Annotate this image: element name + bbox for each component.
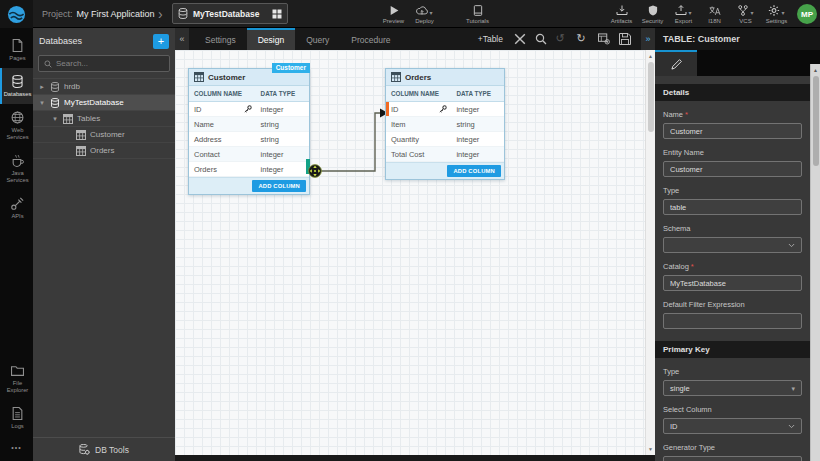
topbar-action-preview[interactable]: Preview (378, 0, 409, 28)
topbar-action-label: Tutorials (466, 18, 489, 24)
undo-button[interactable]: ↺ (555, 32, 568, 46)
inspector-scrollbar[interactable]: ▲ (810, 64, 820, 461)
field-generator-type-select[interactable]: auto increment▾ (663, 456, 802, 461)
tree-item-orders[interactable]: Orders (33, 143, 175, 159)
move-handle-icon[interactable] (308, 164, 322, 178)
table-row-name[interactable]: Namestring (189, 117, 309, 132)
table-row-item[interactable]: Itemstring (386, 117, 504, 132)
field-select-column-select[interactable]: ID (663, 418, 802, 434)
table-row-id[interactable]: IDinteger (189, 102, 309, 117)
column-name-cell: ID (386, 105, 454, 114)
add-column-button[interactable]: ADD COLUMN (447, 165, 501, 177)
redo-button[interactable]: ↻ (576, 32, 589, 46)
close-button[interactable] (513, 32, 526, 46)
table-title-bar[interactable]: Orders (386, 69, 504, 86)
column-name-header: COLUMN NAME (189, 90, 259, 97)
field-label: Entity Name (663, 148, 802, 157)
tree-item-mytestdatabase[interactable]: ▾MyTestDatabase (33, 95, 175, 111)
table-row-total-cost[interactable]: Total Costinteger (386, 147, 504, 162)
inspector-panel: DetailsName*Entity NameTypeSchemaCatalog… (655, 50, 820, 461)
sidebar-item-pages[interactable]: Pages (0, 32, 33, 68)
column-name-cell: ID (189, 105, 259, 114)
field-name-input[interactable] (663, 123, 802, 139)
save-button[interactable] (618, 32, 631, 46)
collapse-left-panel-button[interactable]: « (175, 28, 189, 50)
tree-toggle-icon[interactable]: ▸ (38, 83, 46, 91)
tab-edit[interactable] (655, 50, 697, 76)
field-entity-name-input[interactable] (663, 161, 802, 177)
scrollbar-thumb[interactable] (648, 62, 654, 132)
app-logo[interactable] (0, 0, 33, 28)
field-default-filter-expression-input[interactable] (663, 313, 802, 329)
table-row-quantity[interactable]: Quantityinteger (386, 132, 504, 147)
database-icon (50, 82, 60, 92)
topbar-action-security[interactable]: Security (637, 0, 668, 28)
tab-design[interactable]: Design (247, 28, 295, 50)
scroll-down-icon[interactable]: ▼ (646, 446, 655, 452)
table-row-contact[interactable]: Contactinteger (189, 147, 309, 162)
tree-toggle-icon[interactable]: ▾ (38, 99, 46, 107)
avatar[interactable]: MP (797, 4, 817, 24)
tree-item-customer[interactable]: Customer (33, 127, 175, 143)
column-name-cell: Total Cost (386, 150, 454, 159)
close-icon (514, 33, 526, 45)
scroll-up-icon[interactable]: ▲ (811, 67, 820, 73)
tree-item-tables[interactable]: ▾Tables (33, 111, 175, 127)
topbar-action-export[interactable]: ▾Export (668, 0, 699, 28)
canvas-vertical-scrollbar[interactable]: ▲ ▼ (645, 50, 655, 455)
sidebar-item-logs[interactable]: Logs (0, 400, 33, 436)
tab-procedure[interactable]: Procedure (340, 28, 401, 50)
topbar-action-artifacts[interactable]: Artifacts (606, 0, 637, 28)
field-type-input[interactable] (663, 199, 802, 215)
app-grid-icon[interactable] (272, 9, 282, 19)
canvas-horizontal-scrollbar[interactable] (175, 455, 655, 461)
topbar-action-tutorials[interactable]: Tutorials (462, 0, 493, 28)
scroll-up-icon[interactable]: ▲ (646, 53, 655, 59)
field-schema-select[interactable] (663, 237, 802, 253)
tree-item-hrdb[interactable]: ▸hrdb (33, 79, 175, 95)
table-row-address[interactable]: Addressstring (189, 132, 309, 147)
table-row-id[interactable]: IDinteger (386, 102, 504, 117)
field-catalog-input[interactable] (663, 275, 802, 291)
data-type-cell: integer (259, 165, 309, 174)
sidebar-item-java-services[interactable]: Java Services (0, 147, 33, 190)
column-name: Quantity (391, 135, 419, 144)
topbar-action-vcs[interactable]: ▾VCS (730, 0, 761, 28)
expand-right-panel-button[interactable]: » (641, 28, 655, 50)
table-card-customer[interactable]: CustomerCustomerCOLUMN NAMEDATA TYPEIDin… (188, 68, 310, 195)
search-button[interactable] (534, 32, 547, 46)
add-column-button[interactable]: ADD COLUMN (252, 180, 306, 192)
db-tools-button[interactable]: DB Tools (33, 437, 175, 461)
add-table-button[interactable]: +Table (478, 34, 503, 44)
field-label: Schema (663, 224, 802, 233)
sidebar-more-button[interactable]: ••• (0, 436, 33, 461)
tab-query[interactable]: Query (295, 28, 340, 50)
tray-down-icon (616, 5, 628, 16)
topbar-action-deploy[interactable]: ▾Deploy (409, 0, 440, 28)
db-add-button[interactable] (597, 32, 610, 46)
tree-toggle-icon[interactable]: ▾ (51, 115, 59, 123)
sidebar-item-databases[interactable]: Databases (0, 68, 33, 104)
table-card-orders[interactable]: OrdersCOLUMN NAMEDATA TYPEIDintegerItems… (385, 68, 505, 180)
tab-settings[interactable]: Settings (194, 28, 247, 50)
database-workspace-tab[interactable]: MyTestDatabase (172, 3, 288, 24)
sidebar-item-apis[interactable]: APIs (0, 190, 33, 226)
table-icon (391, 72, 401, 82)
search-box[interactable] (38, 55, 170, 72)
db-designer-canvas[interactable]: CustomerCustomerCOLUMN NAMEDATA TYPEIDin… (175, 50, 645, 455)
sidebar-item-web-services[interactable]: Web Services (0, 104, 33, 147)
topbar-action-i18n[interactable]: I18N (699, 0, 730, 28)
db-tools-icon (79, 444, 90, 455)
add-database-button[interactable]: + (153, 34, 169, 49)
topbar-action-settings[interactable]: ▾Settings (761, 0, 792, 28)
gear-icon (768, 5, 780, 16)
file-icon (11, 407, 24, 420)
column-name-cell: Address (189, 135, 259, 144)
table-row-orders[interactable]: Ordersinteger (189, 162, 309, 177)
sidebar-item-file-explorer[interactable]: File Explorer (0, 357, 33, 400)
sidebar-top-items: PagesDatabasesWeb ServicesJava ServicesA… (0, 32, 33, 226)
topbar-action-label: Deploy (415, 18, 434, 24)
field-type-select[interactable]: single▾ (663, 380, 802, 396)
search-input[interactable] (56, 59, 164, 68)
scrollbar-thumb[interactable] (813, 76, 819, 166)
